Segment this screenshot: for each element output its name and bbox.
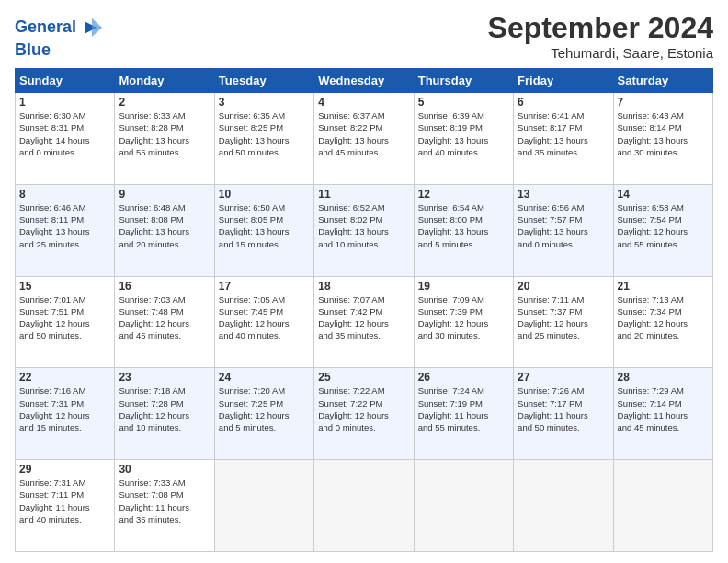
table-row: 19Sunrise: 7:09 AM Sunset: 7:39 PM Dayli… (414, 276, 513, 368)
table-row: 25Sunrise: 7:22 AM Sunset: 7:22 PM Dayli… (314, 368, 414, 460)
table-row: 2Sunrise: 6:33 AM Sunset: 8:28 PM Daylig… (115, 93, 214, 185)
day-number: 4 (318, 96, 409, 109)
table-row: 20Sunrise: 7:11 AM Sunset: 7:37 PM Dayli… (514, 276, 613, 368)
logo: General Blue (15, 15, 104, 60)
calendar-week-row: 22Sunrise: 7:16 AM Sunset: 7:31 PM Dayli… (16, 368, 713, 460)
day-number: 2 (119, 96, 210, 109)
day-info: Sunrise: 6:37 AM Sunset: 8:22 PM Dayligh… (318, 109, 409, 158)
table-row: 30Sunrise: 7:33 AM Sunset: 7:08 PM Dayli… (115, 460, 214, 552)
calendar-week-row: 8Sunrise: 6:46 AM Sunset: 8:11 PM Daylig… (16, 184, 713, 276)
day-number: 13 (518, 188, 609, 201)
day-info: Sunrise: 6:35 AM Sunset: 8:25 PM Dayligh… (219, 109, 310, 158)
day-number: 22 (19, 371, 110, 384)
col-sunday: Sunday (16, 69, 115, 93)
logo-icon (78, 15, 104, 40)
calendar-header-row: Sunday Monday Tuesday Wednesday Thursday… (16, 69, 713, 93)
day-number: 15 (19, 280, 110, 293)
table-row: 21Sunrise: 7:13 AM Sunset: 7:34 PM Dayli… (613, 276, 712, 368)
table-row: 14Sunrise: 6:58 AM Sunset: 7:54 PM Dayli… (613, 184, 712, 276)
col-thursday: Thursday (414, 69, 513, 93)
day-number: 7 (618, 96, 709, 109)
logo-blue: Blue (15, 40, 104, 60)
location: Tehumardi, Saare, Estonia (488, 45, 713, 61)
table-row: 16Sunrise: 7:03 AM Sunset: 7:48 PM Dayli… (115, 276, 214, 368)
day-number: 30 (119, 463, 210, 476)
day-number: 10 (219, 188, 310, 201)
table-row: 24Sunrise: 7:20 AM Sunset: 7:25 PM Dayli… (214, 368, 313, 460)
day-info: Sunrise: 6:48 AM Sunset: 8:08 PM Dayligh… (119, 201, 210, 250)
header: General Blue September 2024 Tehumardi, S… (15, 11, 713, 61)
day-info: Sunrise: 7:22 AM Sunset: 7:22 PM Dayligh… (318, 385, 409, 433)
calendar-week-row: 1Sunrise: 6:30 AM Sunset: 8:31 PM Daylig… (16, 93, 713, 185)
day-info: Sunrise: 7:18 AM Sunset: 7:28 PM Dayligh… (119, 385, 210, 433)
page: General Blue September 2024 Tehumardi, S… (0, 0, 728, 563)
day-number: 6 (518, 96, 609, 109)
day-info: Sunrise: 7:05 AM Sunset: 7:45 PM Dayligh… (219, 293, 310, 342)
table-row: 22Sunrise: 7:16 AM Sunset: 7:31 PM Dayli… (16, 368, 115, 460)
day-number: 16 (119, 280, 210, 293)
day-info: Sunrise: 6:41 AM Sunset: 8:17 PM Dayligh… (518, 109, 609, 158)
day-info: Sunrise: 6:43 AM Sunset: 8:14 PM Dayligh… (618, 109, 709, 158)
day-number: 27 (518, 371, 609, 384)
day-number: 11 (318, 188, 409, 201)
table-row: 27Sunrise: 7:26 AM Sunset: 7:17 PM Dayli… (514, 368, 613, 460)
day-info: Sunrise: 6:58 AM Sunset: 7:54 PM Dayligh… (618, 201, 709, 250)
col-wednesday: Wednesday (314, 69, 414, 93)
day-info: Sunrise: 7:26 AM Sunset: 7:17 PM Dayligh… (518, 385, 609, 433)
day-number: 8 (19, 188, 110, 201)
day-info: Sunrise: 7:24 AM Sunset: 7:19 PM Dayligh… (418, 385, 509, 433)
day-number: 3 (219, 96, 310, 109)
day-number: 5 (418, 96, 509, 109)
col-friday: Friday (514, 69, 613, 93)
day-info: Sunrise: 6:50 AM Sunset: 8:05 PM Dayligh… (219, 201, 310, 250)
day-info: Sunrise: 6:46 AM Sunset: 8:11 PM Dayligh… (19, 201, 110, 250)
day-number: 23 (119, 371, 210, 384)
day-number: 28 (618, 371, 709, 384)
day-info: Sunrise: 6:56 AM Sunset: 7:57 PM Dayligh… (518, 201, 609, 250)
table-row: 9Sunrise: 6:48 AM Sunset: 8:08 PM Daylig… (115, 184, 214, 276)
day-number: 1 (19, 96, 110, 109)
day-info: Sunrise: 7:13 AM Sunset: 7:34 PM Dayligh… (618, 293, 709, 342)
day-number: 20 (518, 280, 609, 293)
day-number: 21 (618, 280, 709, 293)
svg-marker-1 (92, 18, 102, 38)
day-info: Sunrise: 7:11 AM Sunset: 7:37 PM Dayligh… (518, 293, 609, 342)
day-info: Sunrise: 6:33 AM Sunset: 8:28 PM Dayligh… (119, 109, 210, 158)
day-info: Sunrise: 7:09 AM Sunset: 7:39 PM Dayligh… (418, 293, 509, 342)
logo-text: General (15, 18, 76, 37)
table-row: 6Sunrise: 6:41 AM Sunset: 8:17 PM Daylig… (514, 93, 613, 185)
day-info: Sunrise: 7:20 AM Sunset: 7:25 PM Dayligh… (219, 385, 310, 433)
table-row (314, 460, 414, 552)
table-row: 28Sunrise: 7:29 AM Sunset: 7:14 PM Dayli… (613, 368, 712, 460)
day-info: Sunrise: 7:29 AM Sunset: 7:14 PM Dayligh… (618, 385, 709, 433)
table-row: 5Sunrise: 6:39 AM Sunset: 8:19 PM Daylig… (414, 93, 513, 185)
calendar-table: Sunday Monday Tuesday Wednesday Thursday… (15, 68, 713, 552)
calendar-week-row: 29Sunrise: 7:31 AM Sunset: 7:11 PM Dayli… (16, 460, 713, 552)
day-info: Sunrise: 6:52 AM Sunset: 8:02 PM Dayligh… (318, 201, 409, 250)
table-row (514, 460, 613, 552)
day-info: Sunrise: 6:54 AM Sunset: 8:00 PM Dayligh… (418, 201, 509, 250)
table-row: 26Sunrise: 7:24 AM Sunset: 7:19 PM Dayli… (414, 368, 513, 460)
day-number: 18 (318, 280, 409, 293)
day-number: 19 (418, 280, 509, 293)
table-row: 12Sunrise: 6:54 AM Sunset: 8:00 PM Dayli… (414, 184, 513, 276)
table-row: 11Sunrise: 6:52 AM Sunset: 8:02 PM Dayli… (314, 184, 414, 276)
title-block: September 2024 Tehumardi, Saare, Estonia (488, 11, 713, 61)
table-row (613, 460, 712, 552)
table-row: 15Sunrise: 7:01 AM Sunset: 7:51 PM Dayli… (16, 276, 115, 368)
calendar-week-row: 15Sunrise: 7:01 AM Sunset: 7:51 PM Dayli… (16, 276, 713, 368)
col-saturday: Saturday (613, 69, 712, 93)
table-row (414, 460, 513, 552)
table-row: 8Sunrise: 6:46 AM Sunset: 8:11 PM Daylig… (16, 184, 115, 276)
day-number: 12 (418, 188, 509, 201)
day-info: Sunrise: 7:07 AM Sunset: 7:42 PM Dayligh… (318, 293, 409, 342)
month-title: September 2024 (488, 11, 713, 45)
day-info: Sunrise: 7:03 AM Sunset: 7:48 PM Dayligh… (119, 293, 210, 342)
day-number: 14 (618, 188, 709, 201)
day-number: 26 (418, 371, 509, 384)
table-row (214, 460, 313, 552)
table-row: 1Sunrise: 6:30 AM Sunset: 8:31 PM Daylig… (16, 93, 115, 185)
table-row: 13Sunrise: 6:56 AM Sunset: 7:57 PM Dayli… (514, 184, 613, 276)
col-monday: Monday (115, 69, 214, 93)
table-row: 17Sunrise: 7:05 AM Sunset: 7:45 PM Dayli… (214, 276, 313, 368)
